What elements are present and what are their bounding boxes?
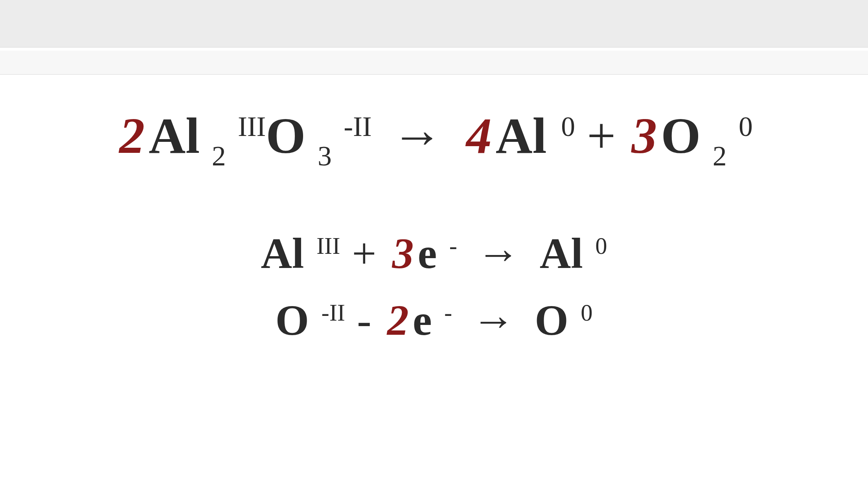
element-al: Al bbox=[496, 107, 547, 164]
element-o: O bbox=[276, 296, 309, 344]
term-al: Al 0 bbox=[496, 110, 575, 161]
electron: e bbox=[417, 229, 437, 277]
oxidation-state: 0 bbox=[595, 233, 607, 259]
electron: e bbox=[413, 296, 432, 344]
plus-operator: + bbox=[352, 232, 376, 275]
coefficient: 3 bbox=[631, 110, 657, 161]
arrow-icon: → bbox=[477, 232, 520, 275]
arrow-icon: → bbox=[472, 299, 515, 342]
term-electron: e - bbox=[413, 299, 452, 342]
oxidation-state: -II bbox=[322, 299, 345, 326]
oxidation-state: 0 bbox=[581, 299, 592, 326]
arrow-icon: → bbox=[392, 110, 443, 161]
coefficient: 2 bbox=[387, 299, 409, 342]
term-al: Al 0 bbox=[540, 232, 607, 275]
subscript: 2 bbox=[212, 140, 226, 171]
oxidation-state: 0 bbox=[561, 111, 575, 142]
half-reaction-oxidation: O -II - 2 e - → O 0 bbox=[0, 299, 868, 342]
charge: - bbox=[444, 299, 452, 326]
header-bar-2 bbox=[0, 51, 868, 75]
element-al: Al bbox=[149, 107, 200, 164]
term-electron: e - bbox=[417, 232, 457, 275]
term-al2: Al 2 III bbox=[149, 110, 266, 161]
term-o: O 0 bbox=[535, 299, 592, 342]
term-al: Al III bbox=[261, 232, 340, 275]
minus-operator: - bbox=[357, 299, 371, 342]
term-o3: O 3 -II bbox=[266, 110, 371, 161]
subscript: 3 bbox=[318, 140, 332, 171]
oxidation-state: -II bbox=[344, 111, 371, 142]
oxidation-state: III bbox=[238, 111, 266, 142]
element-al: Al bbox=[540, 229, 583, 277]
element-al: Al bbox=[261, 229, 304, 277]
oxidation-state: III bbox=[316, 233, 340, 259]
charge: - bbox=[449, 233, 457, 259]
term-o: O -II bbox=[276, 299, 346, 342]
header-bar-1 bbox=[0, 0, 868, 48]
coefficient: 3 bbox=[392, 232, 414, 275]
element-o: O bbox=[535, 296, 568, 344]
plus-operator: + bbox=[587, 110, 616, 161]
coefficient: 2 bbox=[119, 110, 145, 161]
half-reaction-reduction: Al III + 3 e - → Al 0 bbox=[0, 232, 868, 275]
equation-main: 2 Al 2 III O 3 -II → 4 Al 0 + 3 O 2 0 bbox=[0, 110, 868, 161]
element-o: O bbox=[661, 107, 701, 164]
document-content: 2 Al 2 III O 3 -II → 4 Al 0 + 3 O 2 0 Al… bbox=[0, 75, 868, 342]
subscript: 2 bbox=[713, 140, 727, 171]
oxidation-state: 0 bbox=[739, 111, 753, 142]
coefficient: 4 bbox=[466, 110, 492, 161]
term-o2: O 2 0 bbox=[661, 110, 753, 161]
element-o: O bbox=[266, 107, 305, 164]
